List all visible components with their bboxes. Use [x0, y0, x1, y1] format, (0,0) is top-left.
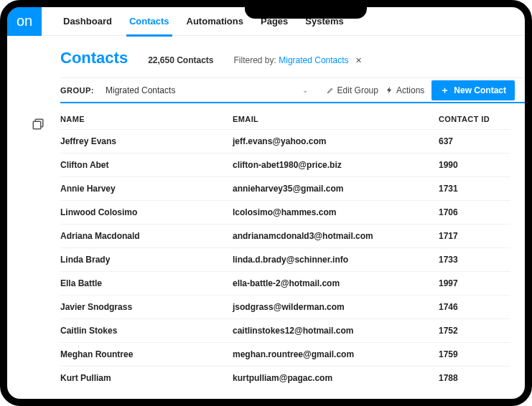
group-label: GROUP: [60, 86, 94, 95]
cell-id: 1759 [439, 349, 510, 359]
select-all-icon[interactable] [32, 118, 46, 132]
cell-id: 1746 [439, 302, 510, 312]
cell-id: 1788 [439, 373, 510, 383]
group-bar: GROUP: Migrated Contacts ⌄ Edit Group Ac… [60, 77, 525, 103]
chevron-down-icon[interactable]: ⌄ [302, 86, 308, 94]
cell-id: 637 [439, 136, 510, 146]
table-row[interactable]: Jeffrey Evansjeff.evans@yahoo.com637 [60, 129, 510, 153]
edit-group-button[interactable]: Edit Group [327, 85, 378, 95]
nav-item-dashboard[interactable]: Dashboard [55, 7, 121, 36]
table-row[interactable]: Caitlin Stokescaitlinstokes12@hotmail.co… [60, 318, 510, 342]
cell-id: 1733 [439, 255, 510, 265]
table-row[interactable]: Clifton Abetclifton-abet1980@price.biz19… [60, 153, 510, 176]
cell-name: Kurt Pulliam [60, 373, 233, 383]
plus-icon: ＋ [440, 85, 449, 95]
table-row[interactable]: Ella Battleella-battle-2@hotmail.com1997 [60, 271, 510, 295]
cell-name: Javier Snodgrass [60, 302, 233, 312]
table-row[interactable]: Linwood Colosimolcolosimo@hammes.com1706 [60, 200, 510, 224]
cell-email: caitlinstokes12@hotmail.com [233, 326, 439, 336]
brand-logo[interactable]: on [7, 7, 42, 36]
cell-name: Annie Harvey [60, 184, 233, 194]
group-select[interactable]: Migrated Contacts [106, 85, 175, 95]
page-header: Contacts 22,650 Contacts Filtered by: Mi… [60, 49, 525, 67]
table-header: NAME EMAIL CONTACT ID [60, 109, 510, 129]
filtered-by: Filtered by: Migrated Contacts ✕ [234, 55, 362, 65]
table-row[interactable]: Javier Snodgrassjsodgrass@wilderman.com1… [60, 295, 510, 318]
contacts-table: NAME EMAIL CONTACT ID Jeffrey Evansjeff.… [60, 109, 525, 390]
cell-name: Ella Battle [60, 278, 233, 288]
table-row[interactable]: Linda Bradylinda.d.brady@schinner.info17… [60, 247, 510, 271]
cell-id: 1731 [439, 184, 510, 194]
column-email[interactable]: EMAIL [233, 115, 439, 123]
actions-label: Actions [396, 85, 424, 95]
new-contact-button[interactable]: ＋ New Contact [431, 80, 515, 100]
filtered-prefix: Filtered by: [234, 55, 276, 65]
cell-email: kurtpulliam@pagac.com [233, 373, 439, 383]
nav-item-automations[interactable]: Automations [178, 7, 252, 36]
cell-id: 1717 [439, 231, 510, 241]
table-row[interactable]: Adriana Macdonaldandrianamcdonald3@hotma… [60, 224, 510, 247]
table-row[interactable]: Kurt Pulliamkurtpulliam@pagac.com1788 [60, 366, 510, 390]
cell-email: ella-battle-2@hotmail.com [233, 278, 439, 288]
cell-email: jsodgrass@wilderman.com [233, 302, 439, 312]
cell-name: Caitlin Stokes [60, 326, 233, 336]
column-id[interactable]: CONTACT ID [439, 115, 510, 123]
cell-email: lcolosimo@hammes.com [233, 207, 439, 217]
cell-name: Clifton Abet [60, 160, 233, 170]
cell-id: 1990 [439, 160, 510, 170]
edit-group-label: Edit Group [337, 85, 378, 95]
cell-id: 1997 [439, 278, 510, 288]
cell-email: jeff.evans@yahoo.com [233, 136, 439, 146]
nav-item-contacts[interactable]: Contacts [121, 7, 178, 36]
page-title: Contacts [60, 49, 128, 67]
cell-id: 1706 [439, 207, 510, 217]
cell-name: Adriana Macdonald [60, 231, 233, 241]
cell-name: Linda Brady [60, 255, 233, 265]
cell-email: andrianamcdonald3@hotmail.com [233, 231, 439, 241]
close-icon[interactable]: ✕ [355, 56, 362, 65]
lightning-icon [386, 86, 393, 94]
cell-name: Linwood Colosimo [60, 207, 233, 217]
cell-email: clifton-abet1980@price.biz [233, 160, 439, 170]
cell-email: annieharvey35@gmail.com [233, 184, 439, 194]
cell-name: Meghan Rountree [60, 349, 233, 359]
cell-name: Jeffrey Evans [60, 136, 233, 146]
filter-chip[interactable]: Migrated Contacts [279, 55, 348, 65]
contacts-count: 22,650 Contacts [148, 55, 213, 65]
cell-email: meghan.rountree@gmail.com [233, 349, 439, 359]
table-row[interactable]: Meghan Rountreemeghan.rountree@gmail.com… [60, 342, 510, 366]
new-contact-label: New Contact [454, 85, 506, 95]
table-row[interactable]: Annie Harveyannieharvey35@gmail.com1731 [60, 176, 510, 200]
cell-email: linda.d.brady@schinner.info [233, 255, 439, 265]
cell-id: 1752 [439, 326, 510, 336]
column-name[interactable]: NAME [60, 115, 233, 123]
svg-rect-1 [33, 121, 41, 129]
actions-button[interactable]: Actions [386, 85, 424, 95]
pencil-icon [327, 86, 335, 94]
